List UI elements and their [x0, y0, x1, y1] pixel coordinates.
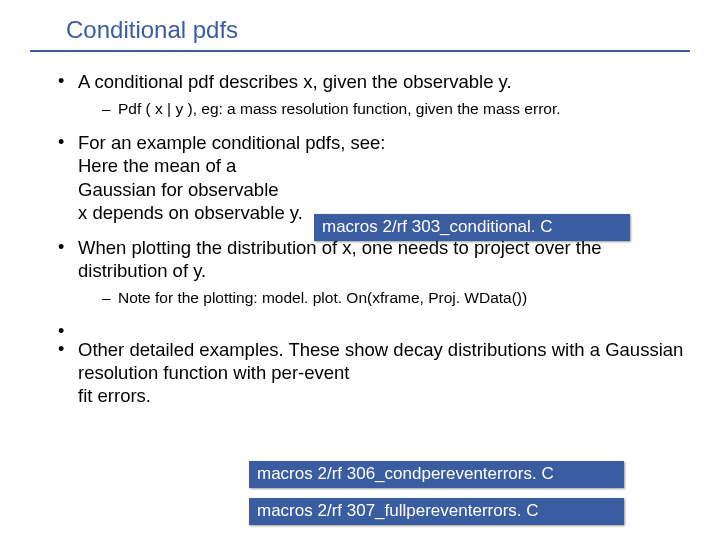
bullet-2-line1: For an example conditional pdfs, see: [78, 132, 385, 153]
bullet-4-line1: Other detailed examples. These show deca… [78, 339, 683, 383]
spacer [58, 320, 690, 338]
bullet-3-text: When plotting the distribution of x, one… [78, 237, 601, 281]
bullet-2-line4: x depends on observable y. [78, 202, 303, 223]
macro-box-1: macros 2/rf 303_conditional. C [314, 214, 630, 241]
slide-title: Conditional pdfs [66, 16, 690, 44]
macro-box-2: macros 2/rf 306_condpereventerrors. C [249, 461, 624, 488]
bullet-1-text: A conditional pdf describes x, given the… [78, 71, 512, 92]
bullet-1-sub-1: Pdf ( x | y ), eg: a mass resolution fun… [102, 99, 690, 119]
bullet-3-sub-1: Note for the plotting: model. plot. On(x… [102, 288, 690, 308]
bullet-4-line2: fit errors. [78, 385, 151, 406]
bullet-2-line2: Here the mean of a [78, 155, 236, 176]
macro-box-3: macros 2/rf 307_fullpereventerrors. C [249, 498, 624, 525]
title-rule [30, 50, 690, 52]
bullet-4: Other detailed examples. These show deca… [58, 338, 690, 407]
bullet-1-sub: Pdf ( x | y ), eg: a mass resolution fun… [78, 99, 690, 119]
bullet-2-line3: Gaussian for observable [78, 179, 279, 200]
bullet-2: For an example conditional pdfs, see: He… [58, 131, 690, 224]
bullet-3: When plotting the distribution of x, one… [58, 236, 690, 308]
bullet-1: A conditional pdf describes x, given the… [58, 70, 690, 119]
bullet-3-sub: Note for the plotting: model. plot. On(x… [78, 288, 690, 308]
slide: Conditional pdfs A conditional pdf descr… [0, 0, 720, 540]
